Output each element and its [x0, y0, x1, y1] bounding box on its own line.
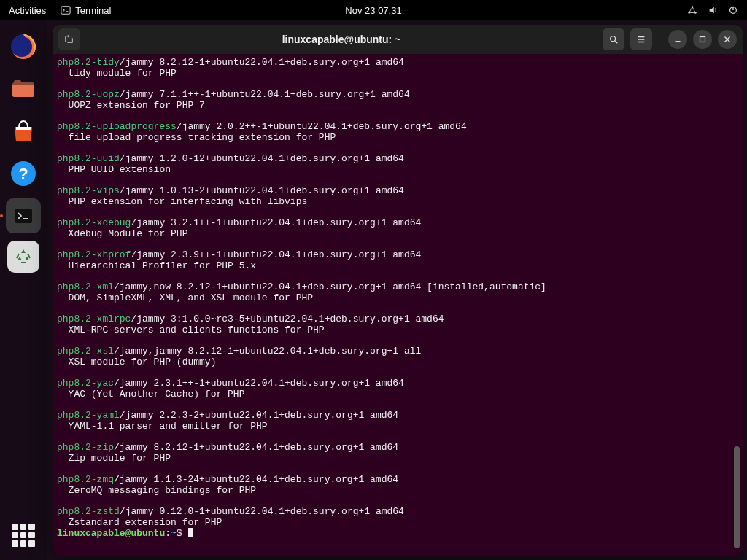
package-entry: php8.2-xml/jammy,now 8.2.12-1+ubuntu22.0… — [57, 281, 738, 303]
package-entry: php8.2-zstd/jammy 0.12.0-1+ubuntu22.04.1… — [57, 506, 738, 528]
show-applications[interactable] — [12, 524, 35, 547]
maximize-icon — [697, 34, 708, 44]
package-description: ZeroMQ messaging bindings for PHP — [57, 485, 738, 496]
svg-rect-10 — [16, 127, 31, 130]
network-icon[interactable] — [687, 5, 697, 15]
svg-rect-0 — [61, 7, 70, 15]
terminal-window: linuxcapable@ubuntu: ~ php8.2-tidy/jammy… — [53, 25, 743, 556]
scroll-thumb[interactable] — [734, 446, 740, 548]
scrollbar[interactable] — [734, 83, 740, 548]
close-button[interactable] — [718, 30, 737, 49]
package-description: UOPZ extension for PHP 7 — [57, 100, 738, 111]
package-name: php8.2-zstd — [57, 506, 120, 517]
package-description: Xdebug Module for PHP — [57, 228, 738, 239]
activities-button[interactable]: Activities — [9, 5, 46, 16]
package-version: /jammy,jammy 8.2.12-1+ubuntu22.04.1+deb.… — [114, 346, 421, 357]
svg-rect-21 — [700, 37, 705, 42]
gnome-topbar: Activities Terminal Nov 23 07:31 — [0, 0, 747, 20]
svg-point-15 — [611, 36, 616, 42]
prompt-path: ~ — [171, 528, 177, 539]
svg-rect-9 — [14, 80, 21, 85]
package-version: /jammy 0.12.0-1+ubuntu22.04.1+deb.sury.o… — [120, 506, 404, 517]
topbar-datetime[interactable]: Nov 23 07:31 — [345, 5, 401, 16]
package-entry: php8.2-xhprof/jammy 2.3.9++-1+ubuntu22.0… — [57, 249, 738, 271]
package-version: /jammy 1.2.0-12+ubuntu22.04.1+deb.sury.o… — [120, 153, 404, 164]
package-version: /jammy 1.0.13-2+ubuntu22.04.1+deb.sury.o… — [120, 185, 404, 196]
package-name: php8.2-xhprof — [57, 249, 131, 260]
menu-button[interactable] — [630, 28, 652, 50]
package-description: Zip module for PHP — [57, 453, 738, 464]
svg-line-16 — [615, 41, 618, 44]
dock: ? — [0, 20, 47, 560]
volume-icon[interactable] — [708, 5, 718, 15]
package-name: php8.2-uopz — [57, 89, 120, 100]
package-description: YAML-1.1 parser and emitter for PHP — [57, 421, 738, 432]
package-entry: php8.2-tidy/jammy 8.2.12-1+ubuntu22.04.1… — [57, 57, 738, 79]
package-entry: php8.2-xsl/jammy,jammy 8.2.12-1+ubuntu22… — [57, 346, 738, 368]
package-description: PHP UUID extension — [57, 164, 738, 175]
package-version: /jammy 7.1.1++-1+ubuntu22.04.1+deb.sury.… — [120, 89, 410, 100]
package-description: XML-RPC servers and clients functions fo… — [57, 324, 738, 335]
close-icon — [722, 34, 732, 44]
package-version: /jammy,now 8.2.12-1+ubuntu22.04.1+deb.su… — [114, 281, 546, 292]
package-version: /jammy 2.3.1++-1+ubuntu22.04.1+deb.sury.… — [114, 378, 404, 389]
package-version: /jammy 8.2.12-1+ubuntu22.04.1+deb.sury.o… — [114, 442, 398, 453]
package-name: php8.2-xsl — [57, 346, 114, 357]
svg-text:?: ? — [18, 165, 28, 183]
package-description: Hierarchical Profiler for PHP 5.x — [57, 260, 738, 271]
power-icon[interactable] — [728, 5, 738, 15]
package-description: DOM, SimpleXML, XML, and XSL module for … — [57, 292, 738, 303]
package-version: /jammy 1.1.3-24+ubuntu22.04.1+deb.sury.o… — [114, 474, 398, 485]
package-name: php8.2-vips — [57, 185, 120, 196]
package-name: php8.2-uploadprogress — [57, 121, 177, 132]
package-description: PHP extension for interfacing with libvi… — [57, 196, 738, 207]
window-title: linuxcapable@ubuntu: ~ — [86, 34, 597, 45]
package-description: YAC (Yet Another Cache) for PHP — [57, 389, 738, 400]
terminal-output[interactable]: php8.2-tidy/jammy 8.2.12-1+ubuntu22.04.1… — [53, 54, 743, 556]
topbar-app-indicator[interactable]: Terminal — [61, 5, 111, 16]
shopping-bag-icon — [9, 117, 38, 146]
dock-terminal[interactable] — [6, 198, 41, 233]
cursor — [188, 528, 193, 537]
svg-rect-13 — [15, 209, 32, 223]
package-name: php8.2-yac — [57, 378, 114, 389]
package-name: php8.2-xdebug — [57, 217, 131, 228]
package-name: php8.2-xmlrpc — [57, 314, 131, 324]
dock-files[interactable] — [6, 71, 41, 106]
dock-trash[interactable] — [7, 241, 39, 273]
hamburger-icon — [636, 34, 646, 44]
files-icon — [9, 74, 38, 104]
prompt-sep: : — [165, 528, 171, 539]
package-version: /jammy 3:1.0.0~rc3-5+ubuntu22.04.1+deb.s… — [131, 314, 444, 324]
package-name: php8.2-xml — [57, 281, 114, 292]
svg-rect-8 — [12, 85, 34, 97]
package-version: /jammy 3.2.1++-1+ubuntu22.04.1+deb.sury.… — [131, 217, 421, 228]
maximize-button[interactable] — [693, 30, 712, 49]
package-name: php8.2-zip — [57, 442, 114, 453]
recycle-icon — [14, 247, 33, 266]
package-version: /jammy 2.3.9++-1+ubuntu22.04.1+deb.sury.… — [131, 249, 421, 260]
minimize-button[interactable] — [668, 30, 687, 49]
prompt-line[interactable]: linuxcapable@ubuntu:~$ — [57, 528, 738, 539]
search-icon — [608, 34, 619, 44]
dock-firefox[interactable] — [6, 29, 41, 64]
svg-point-6 — [11, 34, 36, 59]
package-entry: php8.2-xdebug/jammy 3.2.1++-1+ubuntu22.0… — [57, 217, 738, 239]
dock-software[interactable] — [6, 114, 41, 149]
titlebar: linuxcapable@ubuntu: ~ — [53, 25, 743, 54]
package-name: php8.2-uuid — [57, 153, 120, 164]
firefox-icon — [9, 32, 38, 61]
package-description: Zstandard extension for PHP — [57, 517, 738, 528]
search-button[interactable] — [603, 28, 624, 50]
prompt-user: linuxcapable@ubuntu — [57, 528, 165, 539]
package-entry: php8.2-uopz/jammy 7.1.1++-1+ubuntu22.04.… — [57, 89, 738, 111]
package-version: /jammy 2.2.3-2+ubuntu22.04.1+deb.sury.or… — [120, 410, 398, 421]
package-description: XSL module for PHP (dummy) — [57, 357, 738, 368]
package-entry: php8.2-vips/jammy 1.0.13-2+ubuntu22.04.1… — [57, 185, 738, 207]
dock-help[interactable]: ? — [6, 156, 41, 191]
prompt-dollar: $ — [177, 528, 188, 539]
help-icon: ? — [9, 159, 38, 188]
package-entry: php8.2-zip/jammy 8.2.12-1+ubuntu22.04.1+… — [57, 442, 738, 464]
new-tab-button[interactable] — [58, 28, 80, 50]
package-name: php8.2-zmq — [57, 474, 114, 485]
